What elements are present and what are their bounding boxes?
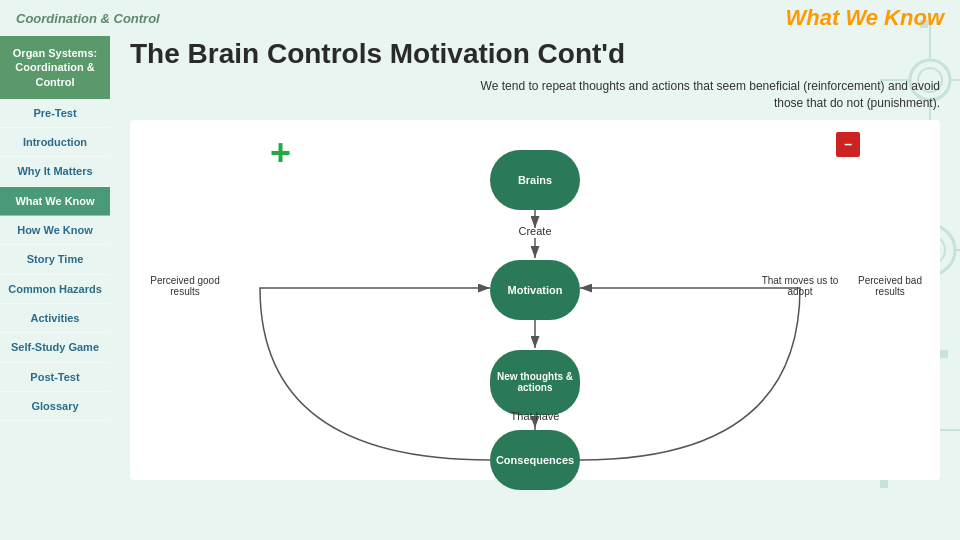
sidebar-item-self-study-game[interactable]: Self-Study Game [0, 333, 110, 362]
header-left-title: Coordination & Control [16, 11, 160, 26]
label-that-moves: That moves us to adopt [760, 275, 840, 297]
node-motivation: Motivation [490, 260, 580, 320]
sidebar-item-organ-systems[interactable]: Organ Systems: Coordination & Control [0, 36, 110, 99]
main-content: The Brain Controls Motivation Cont'd We … [110, 0, 960, 540]
sidebar-item-introduction[interactable]: Introduction [0, 128, 110, 157]
header: Coordination & Control What We Know [0, 0, 960, 36]
sidebar-item-pre-test[interactable]: Pre-Test [0, 99, 110, 128]
sidebar: Organ Systems: Coordination & Control Pr… [0, 0, 110, 540]
node-brains: Brains [490, 150, 580, 210]
sidebar-item-post-test[interactable]: Post-Test [0, 363, 110, 392]
label-perceived-good: Perceived good results [150, 275, 220, 297]
sidebar-item-story-time[interactable]: Story Time [0, 245, 110, 274]
label-perceived-bad: Perceived bad results [850, 275, 930, 297]
sidebar-item-how-we-know[interactable]: How We Know [0, 216, 110, 245]
page-title: The Brain Controls Motivation Cont'd [130, 38, 940, 70]
sidebar-item-glossary[interactable]: Glossary [0, 392, 110, 421]
sidebar-item-common-hazards[interactable]: Common Hazards [0, 275, 110, 304]
label-create: Create [518, 225, 551, 237]
label-that-have: That have [511, 410, 560, 422]
intro-text: We tend to repeat thoughts and actions t… [480, 78, 940, 112]
minus-sign: – [836, 132, 860, 157]
header-right-title: What We Know [786, 5, 944, 31]
sidebar-item-what-we-know[interactable]: What We Know [0, 187, 110, 216]
sidebar-item-why-it-matters[interactable]: Why It Matters [0, 157, 110, 186]
node-consequences: Consequences [490, 430, 580, 490]
sidebar-item-activities[interactable]: Activities [0, 304, 110, 333]
node-new-thoughts: New thoughts & actions [490, 350, 580, 415]
diagram-container: + – Brains [130, 120, 940, 480]
plus-sign: + [270, 132, 291, 174]
